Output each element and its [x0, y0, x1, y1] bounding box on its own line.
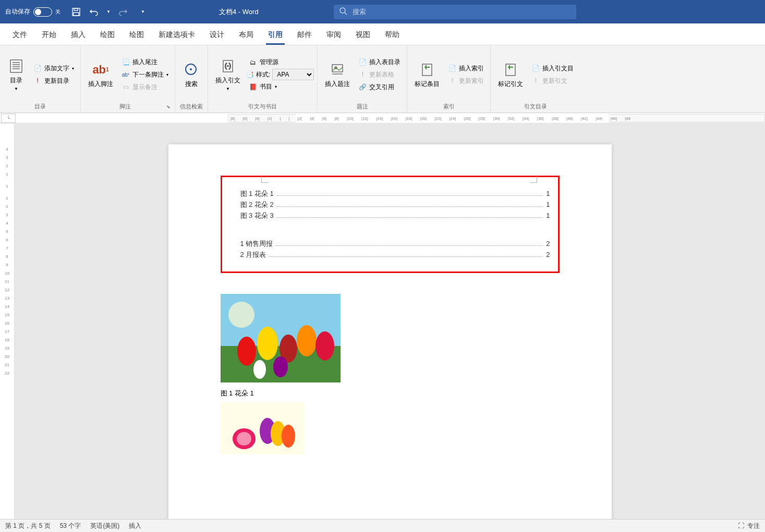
add-text-icon: 📄 [33, 64, 42, 72]
toc-figure-row[interactable]: 图 1 花朵 11 [230, 189, 550, 199]
ruler-corner-icon[interactable]: └ [1, 114, 16, 123]
tab-view[interactable]: 视图 [348, 25, 378, 45]
search-input[interactable] [353, 8, 571, 16]
focus-icon[interactable]: ⛶ [738, 522, 744, 529]
update-toc-button[interactable]: !更新目录 [30, 75, 77, 87]
show-notes-icon: ▭ [122, 83, 130, 91]
search-box[interactable] [334, 5, 576, 19]
crossref-button[interactable]: 🔗交叉引用 [355, 81, 404, 93]
tab-insert[interactable]: 插入 [64, 25, 93, 45]
toc-label: 目录 [10, 77, 22, 84]
manage-sources-button[interactable]: 🗂管理源 [246, 56, 314, 68]
flower-image-2[interactable] [221, 402, 560, 456]
insert-footnote-button[interactable]: ab1 插入脚注 [84, 47, 117, 102]
svg-point-25 [228, 302, 254, 328]
svg-rect-2 [74, 13, 79, 16]
ruler-bar: └ |8||6||4||2||||2||4||6||8||10||12||14|… [0, 113, 765, 123]
caption-icon [329, 61, 346, 78]
insert-index-button[interactable]: 📄插入索引 [445, 63, 487, 75]
svg-point-38 [282, 425, 295, 448]
insert-citation-button[interactable]: (-) 插入引文 ▼ [211, 47, 245, 102]
chevron-down-icon: ▼ [14, 86, 18, 91]
search-icon [339, 7, 347, 17]
vertical-ruler[interactable]: 4321112345678910111213141516171819202122 [0, 123, 15, 519]
workspace: 4321112345678910111213141516171819202122… [0, 123, 765, 519]
autosave-state: 关 [55, 8, 60, 16]
tab-file[interactable]: 文件 [5, 25, 34, 45]
autosave-label: 自动保存 [5, 7, 30, 16]
tab-help[interactable]: 帮助 [378, 25, 407, 45]
toc-figure-row[interactable]: 图 2 花朵 21 [230, 200, 550, 209]
mark-citation-button[interactable]: 标记引文 [494, 47, 527, 102]
insert-toa-icon: 📄 [531, 64, 540, 72]
group-label-authorities: 引文目录 [494, 102, 577, 112]
search-button[interactable]: 搜索 [178, 47, 204, 102]
citation-label: 插入引文 [215, 77, 240, 84]
group-label-footnote: 脚注 [84, 102, 166, 112]
toc-table-row[interactable]: 1 销售周报2 [230, 239, 550, 249]
status-lang[interactable]: 英语(美国) [90, 522, 119, 530]
status-words[interactable]: 53 个字 [60, 522, 81, 530]
manage-sources-icon: 🗂 [249, 58, 257, 67]
footnote-launcher-icon[interactable]: ⬊ [166, 104, 172, 109]
mark-entry-button[interactable]: 标记条目 [410, 47, 444, 102]
tab-review[interactable]: 审阅 [319, 25, 348, 45]
next-footnote-button[interactable]: ab¹下一条脚注▾ [118, 69, 172, 81]
toc-figure-row[interactable]: 图 3 花朵 31 [230, 211, 550, 220]
mark-citation-icon [502, 61, 519, 78]
tab-design[interactable]: 设计 [202, 25, 232, 45]
tof-icon: 📄 [358, 58, 367, 66]
footnote-icon: ab1 [92, 61, 109, 78]
group-label-research: 信息检索 [178, 102, 204, 112]
ribbon: 目录 ▼ 📄添加文字▾ !更新目录 目录 ab1 插入脚注 📃插入尾注 ab¹下… [0, 45, 765, 113]
qat-dropdown-icon[interactable]: ▼ [141, 9, 145, 14]
svg-point-27 [257, 327, 278, 360]
crossref-icon: 🔗 [358, 83, 367, 91]
toc-button[interactable]: 目录 ▼ [3, 47, 29, 102]
tab-mailings[interactable]: 邮件 [290, 25, 319, 45]
toc-page: 2 [546, 251, 550, 258]
insert-caption-button[interactable]: 插入题注 [321, 47, 354, 102]
document-canvas[interactable]: 图 1 花朵 11图 2 花朵 21图 3 花朵 31 1 销售周报22 月报表… [15, 123, 765, 519]
figure-caption-1[interactable]: 图 1 花朵 1 [221, 389, 560, 398]
save-icon[interactable] [71, 7, 81, 17]
tab-layout[interactable]: 布局 [232, 25, 261, 45]
style-select[interactable]: APA [272, 69, 314, 80]
tab-references[interactable]: 引用 [261, 25, 290, 45]
page: 图 1 花朵 11图 2 花朵 21图 3 花朵 31 1 销售周报22 月报表… [168, 144, 612, 519]
tab-home[interactable]: 开始 [34, 25, 64, 45]
svg-rect-17 [422, 64, 432, 76]
research-search-icon [183, 61, 200, 78]
status-page[interactable]: 第 1 页，共 5 页 [5, 522, 51, 530]
toc-table-row[interactable]: 2 月报表2 [230, 250, 550, 259]
undo-icon[interactable] [89, 7, 99, 17]
tab-draw2[interactable]: 绘图 [122, 25, 151, 45]
autosave-toggle[interactable] [33, 7, 52, 17]
toc-label: 1 销售周报 [240, 239, 273, 249]
group-label-index: 索引 [410, 102, 487, 112]
bibliography-icon: 📕 [249, 83, 257, 91]
tab-newtab[interactable]: 新建选项卡 [151, 25, 202, 45]
group-footnote: ab1 插入脚注 📃插入尾注 ab¹下一条脚注▾ ▭显示备注 脚注⬊ [81, 45, 175, 113]
svg-point-30 [315, 331, 334, 361]
add-text-button[interactable]: 📄添加文字▾ [30, 63, 77, 75]
toc-page: 1 [546, 201, 550, 208]
horizontal-ruler[interactable]: |8||6||4||2||||2||4||6||8||10||12||14||1… [228, 113, 765, 123]
status-mode[interactable]: 插入 [129, 522, 141, 530]
svg-point-31 [273, 356, 288, 377]
status-focus[interactable]: 专注 [747, 522, 760, 530]
flower-image-1[interactable] [221, 289, 560, 385]
bibliography-button[interactable]: 📕书目▾ [246, 81, 314, 93]
tab-bar: 文件 开始 插入 绘图 绘图 新建选项卡 设计 布局 引用 邮件 审阅 视图 帮… [0, 23, 765, 45]
style-label: 样式: [256, 70, 270, 79]
tab-draw[interactable]: 绘图 [93, 25, 122, 45]
group-authorities: 标记引文 📄插入引文目 !更新引文 引文目录 [491, 45, 580, 113]
insert-toa-button[interactable]: 📄插入引文目 [528, 63, 577, 75]
insert-tof-button[interactable]: 📄插入表目录 [355, 56, 404, 68]
undo-dropdown-icon[interactable]: ▼ [106, 9, 111, 14]
insert-endnote-button[interactable]: 📃插入尾注 [118, 56, 172, 68]
svg-point-3 [340, 8, 345, 13]
redo-icon[interactable] [118, 7, 128, 17]
group-research: 搜索 信息检索 [175, 45, 208, 113]
chevron-down-icon: ▼ [226, 86, 230, 91]
